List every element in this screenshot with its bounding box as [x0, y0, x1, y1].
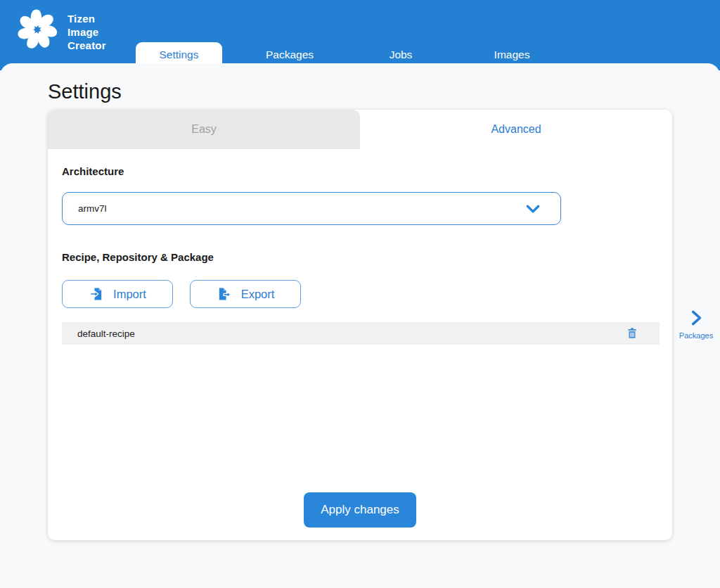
app-title: Tizen Image Creator [68, 12, 106, 52]
chevron-right-icon [687, 308, 705, 328]
architecture-label: Architecture [62, 165, 124, 177]
app-logo: Tizen Image Creator [13, 4, 106, 56]
page-title: Settings [48, 80, 122, 103]
app-header: Tizen Image Creator Settings Packages Jo… [0, 0, 720, 70]
recipe-name: default-recipe [77, 328, 626, 339]
packages-expander-label: Packages [679, 331, 713, 340]
mode-tab-row: Easy Advanced [48, 110, 672, 149]
tab-easy[interactable]: Easy [48, 110, 360, 149]
file-import-icon [89, 286, 104, 302]
trash-icon [626, 326, 638, 340]
app-title-line2: Image [68, 25, 106, 39]
recipe-section-label: Recipe, Repository & Package [62, 251, 214, 263]
packages-expander[interactable]: Packages [676, 308, 716, 340]
nav-tab-images-label: Images [494, 49, 530, 61]
tizen-pinwheel-icon [13, 4, 62, 56]
app-title-line1: Tizen [68, 12, 106, 25]
tab-advanced-label: Advanced [491, 123, 541, 136]
architecture-select[interactable]: armv7l [62, 192, 561, 225]
settings-card: Easy Advanced Architecture armv7l Recipe… [48, 110, 672, 540]
app-title-line3: Creator [68, 39, 106, 52]
export-button-label: Export [241, 288, 275, 301]
export-button[interactable]: Export [190, 280, 301, 308]
recipe-list-item: default-recipe [62, 322, 660, 345]
nav-tab-packages-label: Packages [266, 49, 314, 61]
apply-changes-button[interactable]: Apply changes [304, 492, 416, 528]
main-panel: Settings Easy Advanced Architecture armv… [0, 63, 720, 588]
chevron-down-icon [524, 200, 542, 218]
import-button-label: Import [113, 288, 146, 301]
nav-tab-settings-label: Settings [159, 49, 198, 61]
tab-advanced[interactable]: Advanced [360, 110, 672, 149]
import-button[interactable]: Import [62, 280, 173, 308]
file-export-icon [217, 286, 232, 302]
delete-recipe-button[interactable] [626, 326, 638, 340]
nav-tab-jobs-label: Jobs [390, 49, 413, 61]
tab-easy-label: Easy [191, 123, 217, 136]
architecture-selected-value: armv7l [78, 203, 107, 214]
